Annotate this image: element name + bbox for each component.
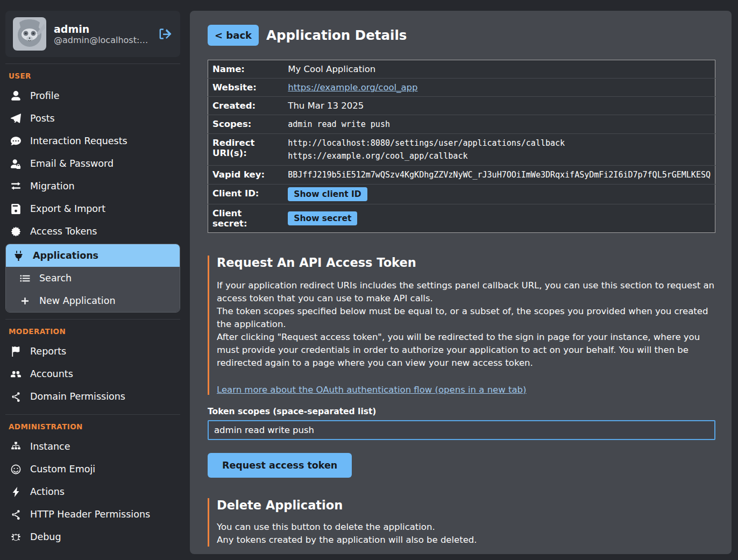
sidebar-item-reports[interactable]: Reports <box>5 340 180 363</box>
row-label: Website: <box>208 79 284 97</box>
row-label: Created: <box>208 97 284 115</box>
sidebar-item-label: Domain Permissions <box>30 391 125 402</box>
delete-section-description: You can use this button to delete the ap… <box>217 521 715 547</box>
back-button[interactable]: < back <box>208 25 259 46</box>
flag-icon <box>10 346 22 357</box>
description-line: The token scopes specified below must be… <box>217 305 715 331</box>
page-title: Application Details <box>266 27 407 43</box>
sidebar-item-label: Interaction Requests <box>30 136 127 146</box>
token-scopes-input[interactable] <box>208 420 715 440</box>
sidebar-item-label: Debug <box>30 531 61 542</box>
sidebar-item-debug[interactable]: Debug <box>5 526 180 548</box>
table-row: Name:My Cool Application <box>208 60 715 79</box>
row-label: Client ID: <box>208 185 284 204</box>
sidebar-item-label: Actions <box>30 486 65 497</box>
delete-section: Delete Application You can use this butt… <box>208 498 715 547</box>
show-secret-button[interactable]: Show secret <box>288 211 357 225</box>
avatar <box>13 17 46 51</box>
sidebar-item-export-import[interactable]: Export & Import <box>5 197 180 220</box>
sidebar-item-label: Email & Password <box>30 158 113 169</box>
row-value: BBJffJ219b5iE512m7wQSzv4KgKDhgZZVzNyWC_r… <box>288 170 711 180</box>
main-panel: < back Application Details Name:My Cool … <box>190 11 732 554</box>
row-label: Redirect URI(s): <box>208 134 284 166</box>
website-link[interactable]: https://example.org/cool_app <box>288 82 417 93</box>
table-row: Scopes:admin read write push <box>208 115 715 134</box>
nav-section-label: MODERATION <box>9 327 180 336</box>
sidebar-item-instance[interactable]: Instance <box>5 435 180 458</box>
user-handle: @admin@localhost:80... <box>54 35 151 45</box>
nav-section-user: USERProfilePostsInteraction RequestsEmai… <box>5 63 180 313</box>
description-line: If your application redirect URIs includ… <box>217 279 715 305</box>
sidebar-item-applications[interactable]: Applications <box>6 244 180 267</box>
nav-section-administration: ADMINISTRATIONInstanceCustom EmojiAction… <box>5 414 180 548</box>
sidebar-item-label: Profile <box>30 90 59 101</box>
bolt-icon <box>10 486 22 497</box>
share-nodes-icon <box>10 509 22 520</box>
sidebar-item-email-password[interactable]: Email & Password <box>5 152 180 175</box>
applications-nav-group: ApplicationsSearchNew Application <box>5 244 180 313</box>
page-header: < back Application Details <box>208 25 715 46</box>
sidebar-item-label: Posts <box>30 113 55 124</box>
user-card[interactable]: admin @admin@localhost:80... <box>5 11 180 57</box>
table-row: Client secret:Show secret <box>208 204 715 233</box>
share-nodes-icon <box>10 391 22 402</box>
row-label: Vapid key: <box>208 166 284 185</box>
applications-submenu: SearchNew Application <box>6 267 180 312</box>
plug-icon <box>12 250 24 261</box>
sidebar-item-posts[interactable]: Posts <box>5 107 180 130</box>
sidebar-item-domain-permissions[interactable]: Domain Permissions <box>5 385 180 408</box>
user-icon <box>10 90 22 101</box>
description-line: After clicking "Request access token", y… <box>217 331 715 370</box>
sidebar-item-http-header-permissions[interactable]: HTTP Header Permissions <box>5 503 180 526</box>
nav-section-label: ADMINISTRATION <box>9 422 180 431</box>
row-label: Name: <box>208 60 284 79</box>
sidebar-item-label: Instance <box>30 441 70 452</box>
sidebar-item-interaction-requests[interactable]: Interaction Requests <box>5 130 180 152</box>
show-client-id-button[interactable]: Show client ID <box>288 187 367 201</box>
nav-section-label: USER <box>9 72 180 80</box>
sidebar-item-accounts[interactable]: Accounts <box>5 363 180 385</box>
sidebar-item-label: Custom Emoji <box>30 464 95 474</box>
sidebar-item-search[interactable]: Search <box>6 267 180 289</box>
sidebar-item-label: Migration <box>30 181 75 192</box>
sidebar-item-custom-emoji[interactable]: Custom Emoji <box>5 458 180 480</box>
token-scopes-label: Token scopes (space-separated list) <box>208 407 715 416</box>
sidebar-item-label: New Application <box>39 295 116 306</box>
sitemap-icon <box>10 441 22 452</box>
sidebar-item-label: Accounts <box>30 368 73 379</box>
plus-icon <box>19 295 31 306</box>
sidebar-item-access-tokens[interactable]: Access Tokens <box>5 220 180 243</box>
sidebar-item-profile[interactable]: Profile <box>5 84 180 107</box>
sidebar-item-label: HTTP Header Permissions <box>30 509 150 520</box>
floppy-disk-icon <box>10 203 22 214</box>
user-meta: admin @admin@localhost:80... <box>54 23 151 45</box>
row-value: http://localhost:8080/settings/user/appl… <box>288 137 711 150</box>
bug-icon <box>10 531 22 542</box>
row-value: Thu Mar 13 2025 <box>288 101 364 111</box>
description-line: You can use this button to delete the ap… <box>217 521 715 534</box>
certificate-icon <box>10 226 22 237</box>
users-icon <box>10 368 22 379</box>
description-line: Any tokens created by the application wi… <box>217 534 715 547</box>
table-row: Vapid key:BBJffJ219b5iE512m7wQSzv4KgKDhg… <box>208 166 715 185</box>
nav-section-moderation: MODERATIONReportsAccountsDomain Permissi… <box>5 319 180 408</box>
sidebar-item-new-application[interactable]: New Application <box>6 289 180 312</box>
table-row: Redirect URI(s):http://localhost:8080/se… <box>208 134 715 166</box>
oauth-docs-link[interactable]: Learn more about the OAuth authenticatio… <box>217 385 527 395</box>
sidebar-item-migration[interactable]: Migration <box>5 175 180 197</box>
sign-out-icon[interactable] <box>159 27 173 41</box>
user-name: admin <box>54 23 151 35</box>
request-access-token-button[interactable]: Request access token <box>208 453 352 478</box>
row-label: Scopes: <box>208 115 284 134</box>
sidebar-item-label: Export & Import <box>30 203 105 214</box>
sidebar-item-label: Search <box>39 273 72 283</box>
application-details-table: Name:My Cool ApplicationWebsite:https://… <box>208 60 715 233</box>
table-row: Website:https://example.org/cool_app <box>208 79 715 97</box>
sidebar-item-label: Access Tokens <box>30 226 97 237</box>
arrows-exchange-icon <box>10 181 22 192</box>
token-section: Request An API Access Token If your appl… <box>208 256 715 395</box>
sidebar-item-actions[interactable]: Actions <box>5 480 180 503</box>
token-section-title: Request An API Access Token <box>217 256 715 270</box>
sidebar-nav: USERProfilePostsInteraction RequestsEmai… <box>0 63 186 548</box>
sidebar: admin @admin@localhost:80... USERProfile… <box>0 0 186 560</box>
